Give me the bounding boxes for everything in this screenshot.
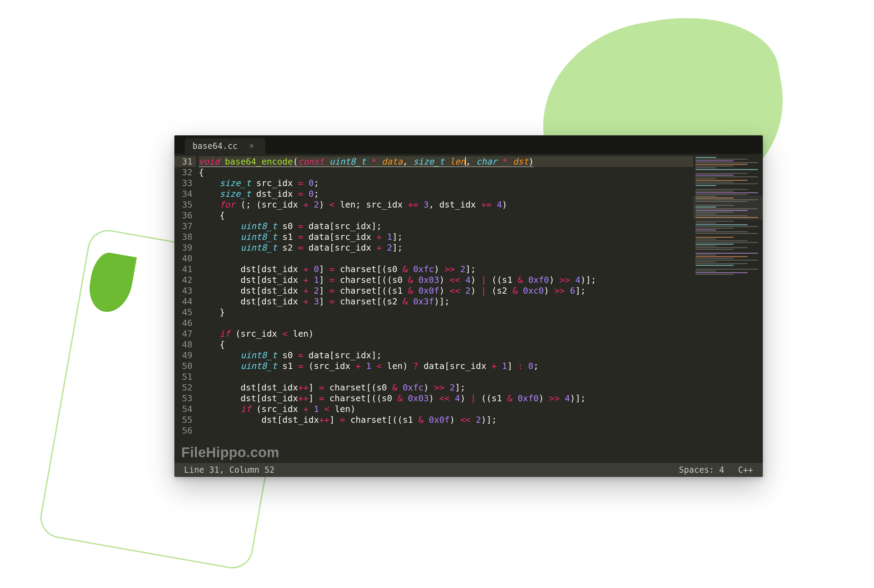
line-number: 45 [174, 307, 193, 318]
close-icon[interactable]: × [248, 142, 255, 150]
line-number: 35 [174, 199, 193, 210]
code-line[interactable] [199, 425, 693, 436]
code-line[interactable] [199, 318, 693, 328]
minimap-viewport[interactable] [693, 196, 763, 219]
code-line[interactable]: size_t dst_idx = 0; [199, 189, 693, 199]
code-line[interactable]: dst[dst_idx + 0] = charset[(s0 & 0xfc) >… [199, 264, 693, 274]
line-number: 31 [174, 156, 196, 167]
code-line[interactable]: dst[dst_idx + 3] = charset[(s2 & 0x3f)]; [199, 296, 693, 307]
line-number: 42 [174, 274, 193, 285]
code-line[interactable]: dst[dst_idx++] = charset[(s0 & 0xfc) >> … [199, 382, 693, 393]
code-line[interactable]: uint8_t s0 = data[src_idx]; [199, 350, 693, 361]
editor-main: 3132333435363738394041424344454647484950… [174, 154, 763, 463]
line-number: 41 [174, 264, 193, 274]
line-number: 55 [174, 414, 193, 425]
status-position[interactable]: Line 31, Column 52 [184, 465, 274, 475]
line-number: 54 [174, 404, 193, 414]
code-line[interactable]: dst[dst_idx++] = charset[((s0 & 0x03) <<… [199, 393, 693, 404]
line-number: 36 [174, 210, 193, 221]
line-number: 43 [174, 285, 193, 296]
code-line[interactable]: void base64_encode(const uint8_t * data,… [199, 156, 693, 167]
editor-window: base64.cc × 3132333435363738394041424344… [174, 135, 763, 477]
line-number: 49 [174, 350, 193, 361]
code-line[interactable]: for (; (src_idx + 2) < len; src_idx += 3… [199, 199, 693, 210]
line-number-gutter: 3132333435363738394041424344454647484950… [174, 154, 196, 463]
code-line[interactable] [199, 371, 693, 382]
code-line[interactable]: { [199, 210, 693, 221]
code-line[interactable]: uint8_t s0 = data[src_idx]; [199, 221, 693, 231]
line-number: 53 [174, 393, 193, 404]
status-language[interactable]: C++ [738, 465, 753, 475]
line-number: 44 [174, 296, 193, 307]
line-number: 51 [174, 371, 193, 382]
line-number: 39 [174, 242, 193, 253]
code-line[interactable]: dst[dst_idx + 2] = charset[((s1 & 0x0f) … [199, 285, 693, 296]
code-line[interactable]: size_t src_idx = 0; [199, 178, 693, 189]
line-number: 38 [174, 231, 193, 242]
code-line[interactable]: { [199, 167, 693, 178]
line-number: 37 [174, 221, 193, 231]
code-line[interactable]: uint8_t s1 = data[src_idx + 1]; [199, 231, 693, 242]
line-number: 52 [174, 382, 193, 393]
status-indent[interactable]: Spaces: 4 [679, 465, 724, 475]
line-number: 50 [174, 361, 193, 371]
code-line[interactable]: dst[dst_idx + 1] = charset[((s0 & 0x03) … [199, 274, 693, 285]
minimap[interactable] [693, 154, 763, 463]
status-bar: Line 31, Column 52 Spaces: 4 C++ [174, 463, 763, 477]
line-number: 34 [174, 189, 193, 199]
code-line[interactable]: uint8_t s1 = (src_idx + 1 < len) ? data[… [199, 361, 693, 371]
code-line[interactable]: if (src_idx < len) [199, 328, 693, 339]
tab-base64[interactable]: base64.cc × [185, 138, 265, 154]
code-line[interactable]: uint8_t s2 = data[src_idx + 2]; [199, 242, 693, 253]
line-number: 40 [174, 253, 193, 264]
code-area[interactable]: void base64_encode(const uint8_t * data,… [196, 154, 693, 463]
line-number: 33 [174, 178, 193, 189]
line-number: 48 [174, 339, 193, 350]
tab-title: base64.cc [193, 141, 238, 151]
code-line[interactable]: { [199, 339, 693, 350]
code-line[interactable] [199, 253, 693, 264]
code-line[interactable]: dst[dst_idx++] = charset[((s1 & 0x0f) <<… [199, 414, 693, 425]
code-line[interactable]: if (src_idx + 1 < len) [199, 404, 693, 414]
line-number: 46 [174, 318, 193, 328]
code-line[interactable]: } [199, 307, 693, 318]
line-number: 32 [174, 167, 193, 178]
line-number: 56 [174, 425, 193, 436]
tab-bar: base64.cc × [174, 135, 763, 154]
line-number: 47 [174, 328, 193, 339]
